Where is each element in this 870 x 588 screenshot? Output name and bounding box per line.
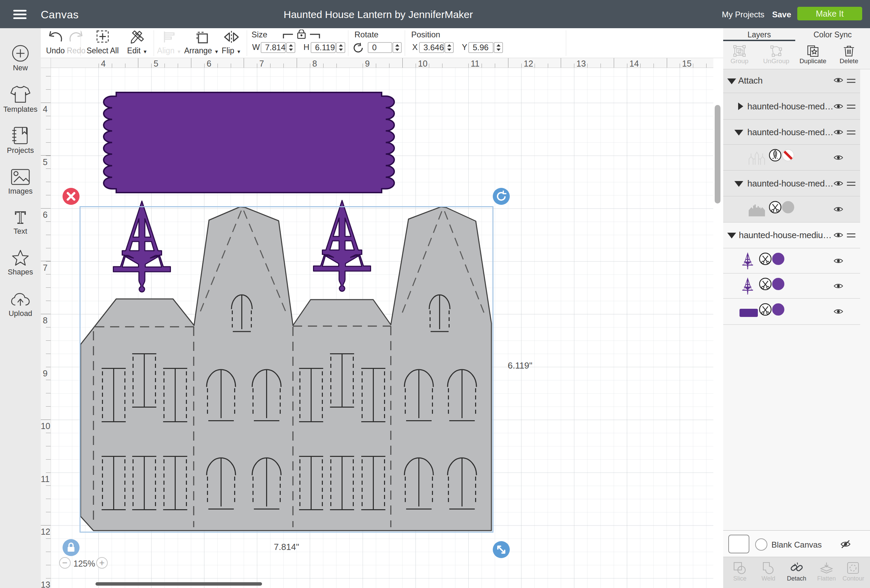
svg-text:7.814": 7.814" bbox=[274, 542, 299, 552]
svg-text:6.119": 6.119" bbox=[508, 360, 532, 371]
svg-text:T: T bbox=[15, 209, 26, 226]
